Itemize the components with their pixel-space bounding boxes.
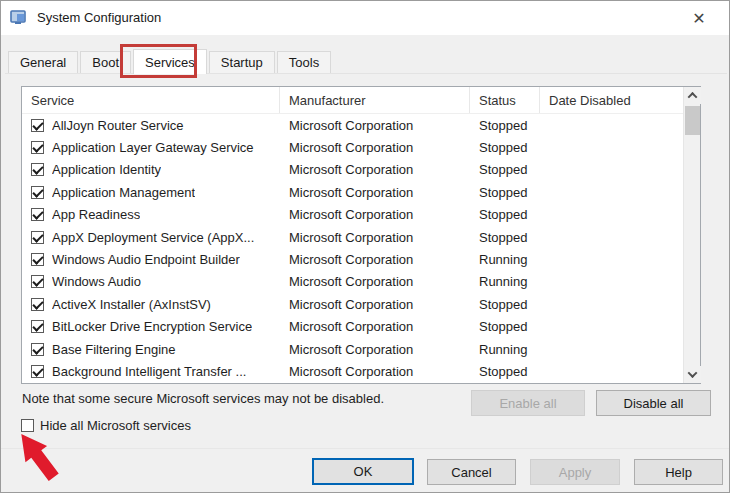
service-status: Stopped xyxy=(470,140,540,155)
service-name: ActiveX Installer (AxInstSV) xyxy=(52,297,211,312)
scrollbar-thumb[interactable] xyxy=(685,106,700,135)
service-row[interactable]: Base Filtering Engine Microsoft Corporat… xyxy=(22,338,683,360)
column-header-date-disabled[interactable]: Date Disabled xyxy=(540,87,700,113)
service-manufacturer: Microsoft Corporation xyxy=(280,207,470,222)
checkbox-checked-icon[interactable] xyxy=(31,186,44,199)
service-name: Windows Audio xyxy=(52,274,141,289)
service-manufacturer: Microsoft Corporation xyxy=(280,364,470,379)
service-name: Application Identity xyxy=(52,162,161,177)
service-rows: AllJoyn Router Service Microsoft Corpora… xyxy=(22,114,683,383)
service-status: Stopped xyxy=(470,162,540,177)
checkbox-checked-icon[interactable] xyxy=(31,343,44,356)
service-status: Stopped xyxy=(470,118,540,133)
service-name: BitLocker Drive Encryption Service xyxy=(52,319,252,334)
bottom-divider xyxy=(1,448,729,449)
system-configuration-window: System Configuration ✕ General Boot Serv… xyxy=(0,0,730,493)
services-list: Service Manufacturer Status Date Disable… xyxy=(21,86,701,384)
service-row[interactable]: AllJoyn Router Service Microsoft Corpora… xyxy=(22,114,683,136)
close-button[interactable]: ✕ xyxy=(679,3,719,33)
service-manufacturer: Microsoft Corporation xyxy=(280,185,470,200)
tab-tools[interactable]: Tools xyxy=(277,51,331,74)
service-row[interactable]: ActiveX Installer (AxInstSV) Microsoft C… xyxy=(22,293,683,315)
service-name: Background Intelligent Transfer ... xyxy=(52,364,246,379)
checkbox-checked-icon[interactable] xyxy=(31,231,44,244)
checkbox-checked-icon[interactable] xyxy=(31,320,44,333)
service-name: Windows Audio Endpoint Builder xyxy=(52,252,240,267)
service-row[interactable]: AppX Deployment Service (AppX... Microso… xyxy=(22,226,683,248)
window-title: System Configuration xyxy=(37,10,161,25)
chevron-up-icon xyxy=(688,92,698,102)
service-manufacturer: Microsoft Corporation xyxy=(280,342,470,357)
tab-general[interactable]: General xyxy=(8,51,78,74)
service-manufacturer: Microsoft Corporation xyxy=(280,140,470,155)
service-manufacturer: Microsoft Corporation xyxy=(280,274,470,289)
column-header-service[interactable]: Service xyxy=(22,87,280,113)
msconfig-app-icon xyxy=(10,9,28,27)
tab-boot[interactable]: Boot xyxy=(80,51,131,74)
service-status: Stopped xyxy=(470,185,540,200)
service-manufacturer: Microsoft Corporation xyxy=(280,252,470,267)
service-row[interactable]: BitLocker Drive Encryption Service Micro… xyxy=(22,316,683,338)
ok-button[interactable]: OK xyxy=(312,458,414,485)
service-status: Stopped xyxy=(470,297,540,312)
tab-startup[interactable]: Startup xyxy=(209,51,275,74)
scroll-down-button[interactable] xyxy=(684,366,701,383)
checkbox-checked-icon[interactable] xyxy=(31,208,44,221)
tab-strip: General Boot Services Startup Tools xyxy=(8,49,333,74)
close-icon: ✕ xyxy=(692,10,705,27)
note-text: Note that some secure Microsoft services… xyxy=(22,391,384,406)
service-status: Stopped xyxy=(470,319,540,334)
title-bar: System Configuration ✕ xyxy=(1,1,729,35)
service-manufacturer: Microsoft Corporation xyxy=(280,118,470,133)
checkbox-checked-icon[interactable] xyxy=(31,365,44,378)
service-row[interactable]: Windows Audio Endpoint Builder Microsoft… xyxy=(22,248,683,270)
service-status: Stopped xyxy=(470,230,540,245)
column-header-status[interactable]: Status xyxy=(470,87,540,113)
list-header: Service Manufacturer Status Date Disable… xyxy=(22,87,700,114)
hide-checkbox-label: Hide all Microsoft services xyxy=(40,418,191,433)
checkbox-checked-icon[interactable] xyxy=(31,141,44,154)
service-name: AllJoyn Router Service xyxy=(52,118,184,133)
service-name: AppX Deployment Service (AppX... xyxy=(52,230,254,245)
apply-button: Apply xyxy=(530,459,620,485)
disable-all-button[interactable]: Disable all xyxy=(596,390,711,416)
checkbox-checked-icon[interactable] xyxy=(31,163,44,176)
checkbox-unchecked-icon[interactable] xyxy=(21,419,34,432)
service-name: App Readiness xyxy=(52,207,140,222)
checkbox-checked-icon[interactable] xyxy=(31,275,44,288)
scroll-up-button[interactable] xyxy=(684,87,701,104)
checkbox-checked-icon[interactable] xyxy=(31,298,44,311)
service-row[interactable]: Background Intelligent Transfer ... Micr… xyxy=(22,360,683,382)
red-arrow-annotation xyxy=(14,432,66,484)
service-manufacturer: Microsoft Corporation xyxy=(280,297,470,312)
vertical-scrollbar[interactable] xyxy=(683,87,700,383)
service-name: Application Management xyxy=(52,185,195,200)
checkbox-checked-icon[interactable] xyxy=(31,119,44,132)
column-header-manufacturer[interactable]: Manufacturer xyxy=(280,87,470,113)
service-row[interactable]: App Readiness Microsoft Corporation Stop… xyxy=(22,204,683,226)
help-button[interactable]: Help xyxy=(634,459,723,485)
service-row[interactable]: Application Identity Microsoft Corporati… xyxy=(22,159,683,181)
hide-microsoft-services-checkbox[interactable]: Hide all Microsoft services xyxy=(21,418,191,433)
service-name: Base Filtering Engine xyxy=(52,342,176,357)
enable-all-button: Enable all xyxy=(471,390,585,416)
checkbox-checked-icon[interactable] xyxy=(31,253,44,266)
service-status: Running xyxy=(470,342,540,357)
service-manufacturer: Microsoft Corporation xyxy=(280,230,470,245)
tab-services[interactable]: Services xyxy=(133,49,207,74)
chevron-down-icon xyxy=(688,368,698,378)
service-status: Running xyxy=(470,252,540,267)
cancel-button[interactable]: Cancel xyxy=(427,459,516,485)
service-row[interactable]: Application Management Microsoft Corpora… xyxy=(22,181,683,203)
tab-page-border xyxy=(5,73,727,74)
service-manufacturer: Microsoft Corporation xyxy=(280,162,470,177)
service-name: Application Layer Gateway Service xyxy=(52,140,254,155)
service-manufacturer: Microsoft Corporation xyxy=(280,319,470,334)
service-row[interactable]: Application Layer Gateway Service Micros… xyxy=(22,136,683,158)
service-status: Stopped xyxy=(470,207,540,222)
service-status: Running xyxy=(470,274,540,289)
service-row[interactable]: Windows Audio Microsoft Corporation Runn… xyxy=(22,271,683,293)
service-status: Stopped xyxy=(470,364,540,379)
